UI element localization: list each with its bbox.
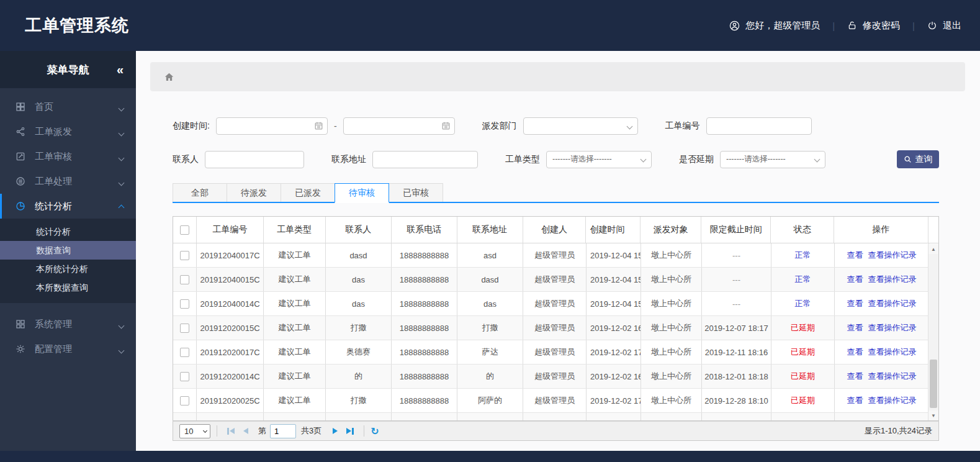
table-header: 工单编号 工单类型 联系人 联系电话 联系地址 创建人 创建时间 派发对象 限定… bbox=[173, 217, 938, 243]
page-size-select[interactable]: 10 bbox=[179, 424, 210, 438]
submenu-item-office-data-query[interactable]: 本所数据查询 bbox=[0, 278, 136, 297]
view-link[interactable]: 查看 bbox=[847, 322, 863, 333]
view-log-link[interactable]: 查看操作记录 bbox=[868, 346, 917, 358]
cell-phone: 18888888888 bbox=[392, 243, 457, 267]
scrollbar-spacer bbox=[928, 217, 938, 243]
search-button[interactable]: 查询 bbox=[897, 150, 939, 168]
process-icon bbox=[15, 176, 26, 187]
view-link[interactable]: 查看 bbox=[847, 298, 863, 309]
table-row: 201912040017C 建议工单 dasd 18888888888 asd … bbox=[173, 243, 938, 268]
page-number-input[interactable] bbox=[270, 424, 296, 438]
user-greeting[interactable]: 您好，超级管理员 bbox=[729, 20, 820, 32]
cell-deadline: 2019-12-07 18:17 bbox=[702, 316, 771, 340]
view-log-link[interactable]: 查看操作记录 bbox=[868, 250, 917, 261]
tab-pending-review[interactable]: 待审核 bbox=[335, 183, 389, 203]
cell-phone: 18888888888 bbox=[392, 340, 457, 364]
view-link[interactable]: 查看 bbox=[847, 395, 863, 406]
calendar-icon[interactable] bbox=[441, 121, 451, 130]
sidebar-item-label: 工单审核 bbox=[35, 151, 72, 163]
cell-created: 2019-12-04 15 bbox=[587, 292, 641, 315]
change-password-button[interactable]: 修改密码 bbox=[847, 20, 900, 32]
view-log-link[interactable]: 查看操作记录 bbox=[868, 298, 917, 309]
next-page-button[interactable] bbox=[328, 424, 343, 438]
cell-order-no: 201912040017C bbox=[197, 243, 264, 267]
cell-address: dasd bbox=[457, 268, 523, 291]
sidebar-item-process[interactable]: 工单处理 bbox=[0, 169, 136, 194]
created-time-end-input[interactable] bbox=[343, 117, 455, 135]
delay-select[interactable]: -------请选择------- bbox=[720, 151, 825, 168]
logout-label: 退出 bbox=[943, 20, 961, 32]
view-log-link[interactable]: 查看操作记录 bbox=[868, 274, 917, 285]
created-time-label: 创建时间: bbox=[173, 120, 210, 132]
scrollbar-thumb[interactable] bbox=[930, 360, 937, 408]
status-tabs: 全部 待派发 已派发 待审核 已审核 bbox=[173, 183, 939, 203]
scroll-up-icon[interactable]: ▲ bbox=[928, 244, 938, 254]
cell-contact: 的 bbox=[326, 365, 392, 388]
view-link[interactable]: 查看 bbox=[847, 250, 863, 261]
sidebar-item-home[interactable]: 首页 bbox=[0, 94, 136, 119]
dispatch-dept-label: 派发部门 bbox=[482, 120, 517, 132]
sidebar-item-label: 工单处理 bbox=[35, 176, 72, 188]
app-title: 工单管理系统 bbox=[25, 14, 129, 37]
cell-order-no: 201912020014C bbox=[197, 365, 264, 388]
order-no-input[interactable] bbox=[706, 117, 812, 135]
row-checkbox[interactable] bbox=[180, 299, 189, 309]
submenu-item-office-statistics[interactable]: 本所统计分析 bbox=[0, 260, 136, 278]
tab-all[interactable]: 全部 bbox=[173, 183, 227, 202]
tab-reviewed[interactable]: 已审核 bbox=[389, 183, 443, 202]
collapse-sidebar-icon[interactable]: « bbox=[117, 63, 122, 77]
row-checkbox[interactable] bbox=[180, 348, 189, 357]
view-log-link[interactable]: 查看操作记录 bbox=[868, 322, 917, 333]
logout-button[interactable]: 退出 bbox=[927, 20, 961, 32]
refresh-icon[interactable]: ↻ bbox=[371, 425, 379, 437]
row-checkbox[interactable] bbox=[180, 275, 189, 284]
calendar-icon[interactable] bbox=[314, 121, 323, 130]
sidebar-item-dispatch[interactable]: 工单派发 bbox=[0, 119, 136, 144]
order-type-value: -------请选择------- bbox=[552, 154, 612, 165]
view-log-link[interactable]: 查看操作记录 bbox=[868, 395, 917, 406]
row-checkbox[interactable] bbox=[180, 372, 189, 381]
cell-address: 萨达 bbox=[457, 340, 523, 364]
tab-pending-dispatch[interactable]: 待派发 bbox=[227, 183, 281, 202]
row-checkbox[interactable] bbox=[180, 324, 189, 333]
address-input[interactable] bbox=[372, 151, 478, 168]
row-checkbox[interactable] bbox=[180, 251, 189, 260]
address-label: 联系地址 bbox=[331, 154, 366, 165]
select-all-checkbox[interactable] bbox=[180, 225, 189, 235]
sidebar-item-review[interactable]: 工单审核 bbox=[0, 144, 136, 169]
col-phone: 联系电话 bbox=[392, 217, 457, 243]
system-icon bbox=[15, 319, 26, 330]
submenu-item-statistics[interactable]: 统计分析 bbox=[0, 222, 136, 241]
edit-icon bbox=[15, 151, 26, 162]
cell-deadline: --- bbox=[702, 243, 771, 267]
col-target: 派发对象 bbox=[641, 217, 701, 243]
prev-page-button[interactable] bbox=[238, 424, 253, 438]
search-icon bbox=[904, 155, 912, 163]
created-time-start-input[interactable] bbox=[216, 117, 328, 135]
row-checkbox[interactable] bbox=[180, 396, 189, 405]
sidebar-item-system[interactable]: 系统管理 bbox=[0, 312, 136, 337]
submenu-item-data-query[interactable]: 数据查询 bbox=[0, 241, 136, 260]
view-link[interactable]: 查看 bbox=[847, 371, 863, 382]
home-icon[interactable] bbox=[163, 71, 175, 83]
cell-order-no: 201912040014C bbox=[197, 292, 264, 315]
cell-order-no: 201912040015C bbox=[197, 268, 264, 291]
view-log-link[interactable]: 查看操作记录 bbox=[868, 371, 917, 382]
table-scrollbar[interactable]: ▲ ▼ bbox=[928, 244, 938, 420]
tab-dispatched[interactable]: 已派发 bbox=[281, 183, 335, 202]
contact-input[interactable] bbox=[205, 151, 304, 168]
view-link[interactable]: 查看 bbox=[847, 346, 863, 358]
order-type-select[interactable]: -------请选择------- bbox=[546, 151, 652, 168]
pagination-bar: 10 第 共3页 ↻ 显示1-10,共24记录 bbox=[173, 421, 939, 441]
sidebar-item-statistics[interactable]: 统计分析 bbox=[0, 194, 136, 219]
scroll-down-icon[interactable]: ▼ bbox=[928, 410, 938, 420]
cell-creator: 超级管理员 bbox=[523, 365, 587, 388]
change-password-label: 修改密码 bbox=[863, 20, 900, 32]
dispatch-dept-select[interactable] bbox=[523, 117, 638, 135]
sidebar-item-config[interactable]: 配置管理 bbox=[0, 337, 136, 361]
chevron-down-icon bbox=[814, 156, 820, 163]
divider bbox=[217, 425, 217, 437]
first-page-button[interactable] bbox=[223, 424, 238, 438]
last-page-button[interactable] bbox=[343, 424, 357, 438]
view-link[interactable]: 查看 bbox=[847, 274, 863, 285]
